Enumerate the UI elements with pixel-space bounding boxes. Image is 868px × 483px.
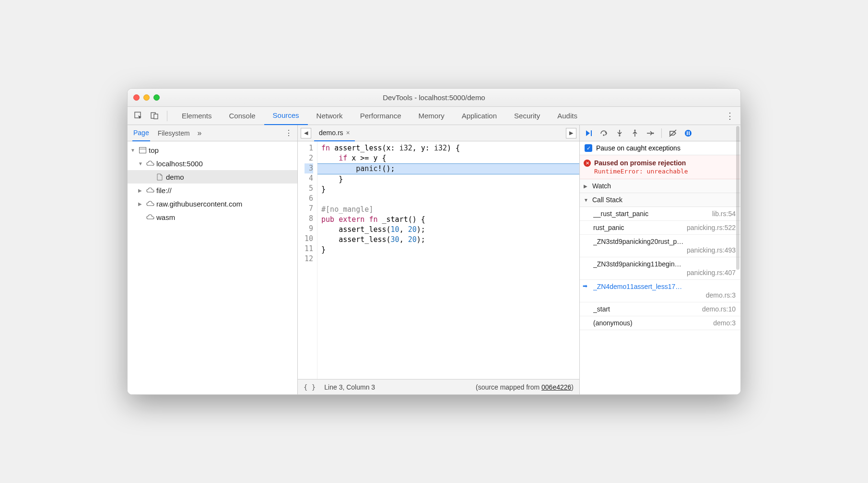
device-toggle-icon[interactable]	[148, 110, 161, 122]
window-icon	[138, 147, 147, 153]
source-mapped-info: (source mapped from 006e4226)	[476, 383, 574, 391]
more-menu-icon[interactable]: ⋮	[723, 111, 737, 121]
editor-column: ◀ demo.rs × ▶ 123456789101112 fn assert_…	[298, 125, 580, 394]
resume-button[interactable]	[584, 128, 594, 138]
step-button[interactable]	[645, 128, 656, 138]
tree-label: raw.githubusercontent.com	[156, 200, 242, 208]
navigator-more-icon[interactable]: »	[198, 129, 202, 138]
tree-root-top[interactable]: ▼ top	[128, 143, 297, 157]
file-tree: ▼ top ▼ localhost:5000 demo ▶ f	[128, 141, 297, 394]
svg-point-6	[603, 134, 604, 136]
toolbar-separator	[661, 128, 662, 138]
step-into-button[interactable]	[614, 128, 625, 138]
tree-label: wasm	[156, 213, 175, 221]
window-title: DevTools - localhost:5000/demo	[128, 93, 740, 102]
svg-point-8	[619, 135, 620, 136]
main-toolbar: Elements Console Sources Network Perform…	[128, 107, 740, 125]
editor-tabbar: ◀ demo.rs × ▶	[298, 125, 579, 141]
cloud-icon	[146, 161, 154, 166]
inspect-element-icon[interactable]	[131, 110, 145, 122]
stack-frame-function: __rust_start_panic	[593, 210, 648, 218]
navigator-tab-page[interactable]: Page	[132, 125, 150, 141]
chevron-right-icon: ▶	[584, 184, 589, 189]
debug-body: ✓ Pause on caught exceptions ✕ Paused on…	[580, 141, 740, 394]
stack-frame-function: _ZN3std9panicking20rust_pani...	[593, 238, 684, 245]
callstack-section-header[interactable]: ▼ Call Stack	[580, 193, 740, 207]
section-title: Call Stack	[592, 196, 622, 204]
deactivate-breakpoints-button[interactable]	[668, 128, 678, 138]
step-out-button[interactable]	[630, 128, 640, 138]
pretty-print-icon[interactable]: { }	[304, 383, 316, 391]
code-editor[interactable]: 123456789101112 fn assert_less(x: i32, y…	[298, 141, 579, 379]
main-area: Page Filesystem » ⋮ ▼ top ▼ localhost:50…	[128, 125, 740, 394]
pause-on-caught-row[interactable]: ✓ Pause on caught exceptions	[580, 141, 740, 155]
stack-frame[interactable]: _ZN4demo11assert_less17hc8...demo.rs:3	[580, 280, 740, 302]
navigator-tab-filesystem[interactable]: Filesystem	[157, 125, 191, 141]
tab-performance[interactable]: Performance	[352, 107, 410, 125]
tree-origin-localhost[interactable]: ▼ localhost:5000	[128, 157, 297, 170]
pause-reason-banner: ✕ Paused on promise rejection RuntimeErr…	[580, 155, 740, 179]
error-icon: ✕	[584, 160, 591, 167]
stack-frame-location: demo.rs:3	[593, 291, 736, 299]
file-icon	[155, 173, 164, 181]
chevron-down-icon: ▼	[584, 197, 589, 203]
tab-security[interactable]: Security	[505, 107, 549, 125]
step-over-button[interactable]	[599, 128, 610, 138]
cursor-position: Line 3, Column 3	[324, 383, 375, 391]
file-tab-demo[interactable]: demo.rs ×	[314, 125, 355, 141]
stack-frame[interactable]: _startdemo.rs:10	[580, 302, 740, 316]
chevron-down-icon: ▼	[130, 148, 136, 153]
section-title: Watch	[592, 182, 611, 190]
stack-frame-function: _ZN3std9panicking11begin_pa...	[593, 260, 684, 268]
pause-on-exceptions-button[interactable]	[683, 128, 693, 138]
tree-label: top	[149, 146, 159, 154]
tab-audits[interactable]: Audits	[549, 107, 586, 125]
cloud-icon	[146, 187, 154, 193]
tab-application[interactable]: Application	[453, 107, 505, 125]
toolbar-separator	[167, 111, 167, 121]
svg-point-14	[685, 130, 692, 137]
devtools-window: DevTools - localhost:5000/demo Elements …	[127, 88, 741, 395]
nav-back-icon[interactable]: ◀	[301, 128, 311, 138]
navigator-sidebar: Page Filesystem » ⋮ ▼ top ▼ localhost:50…	[128, 125, 298, 394]
stack-frame[interactable]: _ZN3std9panicking20rust_pani...panicking…	[580, 235, 740, 257]
navigator-tabs: Page Filesystem » ⋮	[128, 125, 297, 141]
tree-origin-github[interactable]: ▶ raw.githubusercontent.com	[128, 197, 297, 210]
checkbox-checked-icon[interactable]: ✓	[585, 144, 592, 152]
tab-memory[interactable]: Memory	[410, 107, 453, 125]
svg-rect-2	[154, 114, 158, 119]
tab-network[interactable]: Network	[308, 107, 352, 125]
svg-rect-15	[687, 131, 688, 135]
code-body[interactable]: fn assert_less(x: i32, y: i32) { if x >=…	[317, 141, 579, 379]
stack-frame-function: _ZN4demo11assert_less17hc8...	[593, 283, 684, 290]
pause-message: RuntimeError: unreachable	[594, 168, 736, 175]
tab-console[interactable]: Console	[221, 107, 264, 125]
nav-forward-icon[interactable]: ▶	[566, 128, 576, 138]
stack-frame-function: rust_panic	[593, 224, 624, 231]
panel-tabs: Elements Console Sources Network Perform…	[173, 107, 720, 125]
stack-frame-location: demo:3	[713, 319, 736, 327]
stack-frame-function: _start	[593, 305, 610, 313]
file-tab-label: demo.rs	[319, 129, 343, 137]
pause-option-label: Pause on caught exceptions	[596, 144, 680, 152]
tree-file-demo[interactable]: demo	[128, 170, 297, 184]
tab-sources[interactable]: Sources	[264, 107, 308, 125]
source-map-link[interactable]: 006e4226	[541, 383, 571, 391]
titlebar: DevTools - localhost:5000/demo	[128, 89, 740, 107]
navigator-menu-icon[interactable]: ⋮	[285, 128, 293, 138]
stack-frame[interactable]: _ZN3std9panicking11begin_pa...panicking.…	[580, 257, 740, 280]
chevron-right-icon: ▶	[138, 201, 144, 207]
cloud-icon	[146, 214, 154, 220]
stack-frame[interactable]: rust_panicpanicking.rs:522	[580, 221, 740, 235]
tab-elements[interactable]: Elements	[173, 107, 221, 125]
pause-title: Paused on promise rejection	[594, 159, 736, 167]
tree-origin-wasm[interactable]: wasm	[128, 210, 297, 224]
tree-origin-file[interactable]: ▶ file://	[128, 184, 297, 197]
watch-section-header[interactable]: ▶ Watch	[580, 179, 740, 193]
svg-rect-3	[139, 147, 146, 153]
stack-frame[interactable]: __rust_start_paniclib.rs:54	[580, 207, 740, 221]
close-tab-icon[interactable]: ×	[346, 129, 350, 137]
stack-frame[interactable]: (anonymous)demo:3	[580, 316, 740, 330]
stack-frame-location: panicking.rs:493	[593, 246, 736, 254]
scrollbar[interactable]	[736, 126, 739, 270]
